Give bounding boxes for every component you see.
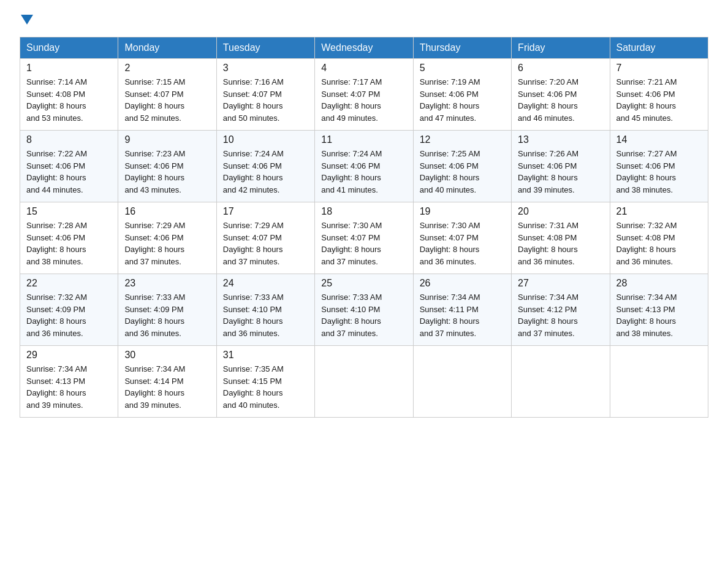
logo-triangle-icon	[21, 15, 33, 25]
calendar-cell: 25 Sunrise: 7:33 AMSunset: 4:10 PMDaylig…	[315, 274, 413, 346]
calendar-cell: 4 Sunrise: 7:17 AMSunset: 4:07 PMDayligh…	[315, 59, 413, 131]
day-number: 19	[420, 206, 505, 217]
day-info: Sunrise: 7:33 AMSunset: 4:10 PMDaylight:…	[223, 291, 308, 339]
day-number: 4	[321, 63, 406, 74]
day-number: 26	[420, 278, 505, 289]
day-info: Sunrise: 7:17 AMSunset: 4:07 PMDaylight:…	[321, 76, 406, 124]
day-info: Sunrise: 7:20 AMSunset: 4:06 PMDaylight:…	[518, 76, 603, 124]
weekday-header-thursday: Thursday	[413, 37, 511, 59]
day-info: Sunrise: 7:32 AMSunset: 4:09 PMDaylight:…	[26, 291, 112, 339]
calendar-cell: 21 Sunrise: 7:32 AMSunset: 4:08 PMDaylig…	[610, 202, 708, 274]
day-number: 18	[321, 206, 406, 217]
day-info: Sunrise: 7:34 AMSunset: 4:13 PMDaylight:…	[616, 291, 702, 339]
day-info: Sunrise: 7:35 AMSunset: 4:15 PMDaylight:…	[223, 363, 308, 411]
day-info: Sunrise: 7:30 AMSunset: 4:07 PMDaylight:…	[321, 220, 406, 267]
calendar-cell	[512, 346, 610, 418]
day-info: Sunrise: 7:29 AMSunset: 4:06 PMDaylight:…	[124, 220, 210, 267]
day-number: 22	[26, 278, 112, 289]
day-info: Sunrise: 7:34 AMSunset: 4:14 PMDaylight:…	[124, 363, 210, 411]
calendar-cell: 9 Sunrise: 7:23 AMSunset: 4:06 PMDayligh…	[118, 131, 216, 202]
calendar-cell: 28 Sunrise: 7:34 AMSunset: 4:13 PMDaylig…	[610, 274, 708, 346]
calendar-cell: 17 Sunrise: 7:29 AMSunset: 4:07 PMDaylig…	[216, 202, 314, 274]
calendar-cell: 20 Sunrise: 7:31 AMSunset: 4:08 PMDaylig…	[512, 202, 610, 274]
day-info: Sunrise: 7:26 AMSunset: 4:06 PMDaylight:…	[518, 148, 603, 196]
day-info: Sunrise: 7:22 AMSunset: 4:06 PMDaylight:…	[26, 148, 112, 196]
weekday-header-sunday: Sunday	[20, 37, 118, 59]
calendar-cell: 30 Sunrise: 7:34 AMSunset: 4:14 PMDaylig…	[118, 346, 216, 418]
day-info: Sunrise: 7:24 AMSunset: 4:06 PMDaylight:…	[223, 148, 308, 196]
calendar-cell: 19 Sunrise: 7:30 AMSunset: 4:07 PMDaylig…	[413, 202, 511, 274]
calendar-cell: 18 Sunrise: 7:30 AMSunset: 4:07 PMDaylig…	[315, 202, 413, 274]
calendar-cell: 10 Sunrise: 7:24 AMSunset: 4:06 PMDaylig…	[216, 131, 314, 202]
day-info: Sunrise: 7:29 AMSunset: 4:07 PMDaylight:…	[223, 220, 308, 267]
day-info: Sunrise: 7:30 AMSunset: 4:07 PMDaylight:…	[420, 220, 505, 267]
calendar-cell	[610, 346, 708, 418]
calendar-cell: 13 Sunrise: 7:26 AMSunset: 4:06 PMDaylig…	[512, 131, 610, 202]
day-info: Sunrise: 7:28 AMSunset: 4:06 PMDaylight:…	[26, 220, 112, 267]
calendar-cell: 15 Sunrise: 7:28 AMSunset: 4:06 PMDaylig…	[20, 202, 118, 274]
day-number: 27	[518, 278, 603, 289]
day-number: 13	[518, 134, 603, 145]
day-number: 2	[124, 63, 210, 74]
day-number: 7	[616, 63, 702, 74]
calendar-cell: 7 Sunrise: 7:21 AMSunset: 4:06 PMDayligh…	[610, 59, 708, 131]
day-number: 1	[26, 63, 112, 74]
weekday-header-wednesday: Wednesday	[315, 37, 413, 59]
calendar-cell: 14 Sunrise: 7:27 AMSunset: 4:06 PMDaylig…	[610, 131, 708, 202]
week-row-1: 1 Sunrise: 7:14 AMSunset: 4:08 PMDayligh…	[20, 59, 708, 131]
day-number: 9	[124, 134, 210, 145]
weekday-header-tuesday: Tuesday	[216, 37, 314, 59]
day-number: 29	[26, 350, 112, 361]
day-number: 31	[223, 350, 308, 361]
day-number: 28	[616, 278, 702, 289]
weekday-header-saturday: Saturday	[610, 37, 708, 59]
calendar-cell: 8 Sunrise: 7:22 AMSunset: 4:06 PMDayligh…	[20, 131, 118, 202]
calendar-cell	[413, 346, 511, 418]
day-info: Sunrise: 7:34 AMSunset: 4:12 PMDaylight:…	[518, 291, 603, 339]
week-row-4: 22 Sunrise: 7:32 AMSunset: 4:09 PMDaylig…	[20, 274, 708, 346]
day-info: Sunrise: 7:27 AMSunset: 4:06 PMDaylight:…	[616, 148, 702, 196]
weekday-header-monday: Monday	[118, 37, 216, 59]
day-info: Sunrise: 7:33 AMSunset: 4:09 PMDaylight:…	[124, 291, 210, 339]
day-info: Sunrise: 7:32 AMSunset: 4:08 PMDaylight:…	[616, 220, 702, 267]
week-row-3: 15 Sunrise: 7:28 AMSunset: 4:06 PMDaylig…	[20, 202, 708, 274]
day-number: 10	[223, 134, 308, 145]
day-number: 15	[26, 206, 112, 217]
day-number: 25	[321, 278, 406, 289]
day-info: Sunrise: 7:14 AMSunset: 4:08 PMDaylight:…	[26, 76, 112, 124]
day-number: 5	[420, 63, 505, 74]
day-number: 3	[223, 63, 308, 74]
day-number: 6	[518, 63, 603, 74]
calendar-table: SundayMondayTuesdayWednesdayThursdayFrid…	[20, 37, 708, 418]
day-info: Sunrise: 7:25 AMSunset: 4:06 PMDaylight:…	[420, 148, 505, 196]
week-row-2: 8 Sunrise: 7:22 AMSunset: 4:06 PMDayligh…	[20, 131, 708, 202]
calendar-cell: 6 Sunrise: 7:20 AMSunset: 4:06 PMDayligh…	[512, 59, 610, 131]
day-info: Sunrise: 7:16 AMSunset: 4:07 PMDaylight:…	[223, 76, 308, 124]
day-number: 14	[616, 134, 702, 145]
calendar-cell: 3 Sunrise: 7:16 AMSunset: 4:07 PMDayligh…	[216, 59, 314, 131]
calendar-cell	[315, 346, 413, 418]
day-number: 17	[223, 206, 308, 217]
page-header	[20, 15, 708, 27]
day-info: Sunrise: 7:34 AMSunset: 4:13 PMDaylight:…	[26, 363, 112, 411]
day-number: 23	[124, 278, 210, 289]
day-number: 24	[223, 278, 308, 289]
calendar-cell: 29 Sunrise: 7:34 AMSunset: 4:13 PMDaylig…	[20, 346, 118, 418]
logo	[20, 15, 33, 27]
day-number: 21	[616, 206, 702, 217]
day-info: Sunrise: 7:34 AMSunset: 4:11 PMDaylight:…	[420, 291, 505, 339]
weekday-header-friday: Friday	[512, 37, 610, 59]
calendar-cell: 24 Sunrise: 7:33 AMSunset: 4:10 PMDaylig…	[216, 274, 314, 346]
calendar-cell: 16 Sunrise: 7:29 AMSunset: 4:06 PMDaylig…	[118, 202, 216, 274]
weekday-header-row: SundayMondayTuesdayWednesdayThursdayFrid…	[20, 37, 708, 59]
calendar-cell: 31 Sunrise: 7:35 AMSunset: 4:15 PMDaylig…	[216, 346, 314, 418]
day-info: Sunrise: 7:19 AMSunset: 4:06 PMDaylight:…	[420, 76, 505, 124]
day-number: 12	[420, 134, 505, 145]
day-info: Sunrise: 7:33 AMSunset: 4:10 PMDaylight:…	[321, 291, 406, 339]
week-row-5: 29 Sunrise: 7:34 AMSunset: 4:13 PMDaylig…	[20, 346, 708, 418]
day-info: Sunrise: 7:15 AMSunset: 4:07 PMDaylight:…	[124, 76, 210, 124]
calendar-cell: 5 Sunrise: 7:19 AMSunset: 4:06 PMDayligh…	[413, 59, 511, 131]
day-number: 30	[124, 350, 210, 361]
calendar-cell: 27 Sunrise: 7:34 AMSunset: 4:12 PMDaylig…	[512, 274, 610, 346]
calendar-cell: 23 Sunrise: 7:33 AMSunset: 4:09 PMDaylig…	[118, 274, 216, 346]
